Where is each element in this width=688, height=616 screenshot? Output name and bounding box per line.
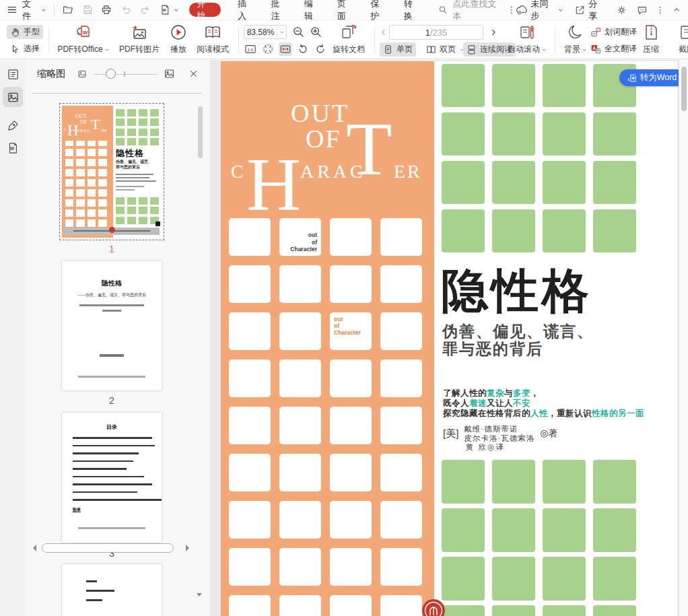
main-scrollbar-thumb[interactable] <box>681 67 687 111</box>
thumbnail-size-slider-track[interactable] <box>94 74 157 75</box>
mini-arac: ARAC <box>77 129 91 133</box>
square-text-orange: Character <box>334 329 368 336</box>
toc-line-placeholder <box>73 499 162 501</box>
mini-subtitle2: 罪与恶的背后 <box>116 165 140 169</box>
rotate-left-button[interactable] <box>296 42 310 56</box>
select-tool-button[interactable]: 选择 <box>7 42 43 56</box>
tab-edit[interactable]: 编辑 <box>304 0 320 22</box>
thumbnail-page-4[interactable] <box>62 564 162 616</box>
grid-cell <box>543 161 586 204</box>
cover-arac: ARAC <box>300 162 366 181</box>
convert-to-word-button[interactable]: W 转为Word <box>619 69 685 86</box>
pdf-to-image-button[interactable]: PDF转图片 <box>114 24 164 55</box>
thumbnail-page-3[interactable]: 目录 附录 <box>62 413 162 543</box>
share-icon[interactable] <box>575 5 585 15</box>
cover-out: OUT <box>291 100 349 126</box>
pdf-page-cover[interactable]: OUT OF T C H ARAC ER out of Character ou… <box>221 61 677 616</box>
zoom-out-icon[interactable] <box>292 26 305 38</box>
horizontal-scrollbar-thumb[interactable] <box>42 543 174 553</box>
rotate-document-button[interactable]: 旋转文档 <box>329 24 369 55</box>
grid-cell <box>543 605 586 616</box>
tab-page[interactable]: 页面 <box>337 0 353 22</box>
full-translate-button[interactable]: A 全文翻译 <box>587 42 640 56</box>
thumbnail-larger-icon[interactable] <box>164 68 175 79</box>
tab-protect[interactable]: 保护 <box>370 0 386 22</box>
search-icon[interactable] <box>438 5 448 15</box>
menu-icon[interactable] <box>7 4 18 15</box>
scroll-down-arrow[interactable] <box>195 591 203 598</box>
auto-scroll-button[interactable]: 自动滚动 <box>506 24 548 55</box>
annotation-panel-button[interactable] <box>3 115 23 135</box>
single-page-button[interactable]: 单页 <box>380 42 416 57</box>
grid-cell <box>229 218 271 256</box>
reading-mode-button[interactable]: 阅读模式 <box>193 24 232 55</box>
tab-insert[interactable]: 插入 <box>238 0 254 22</box>
grid-cell <box>330 265 372 303</box>
actual-size-button[interactable]: 1:1 <box>244 42 257 56</box>
chevron-down-icon[interactable] <box>173 7 179 13</box>
screenshot-button[interactable]: 截图 <box>668 24 688 55</box>
book-translator: 黄 欣◎译 <box>466 442 505 452</box>
grid-cell <box>229 548 271 586</box>
more-vertical-icon[interactable] <box>656 5 664 15</box>
chevron-down-icon[interactable] <box>557 7 563 13</box>
double-page-button[interactable]: 双页 <box>423 42 468 57</box>
zoom-level-select[interactable]: 83.58% <box>244 25 287 39</box>
export-word-icon[interactable]: W <box>160 4 170 15</box>
fit-page-button[interactable] <box>261 42 275 56</box>
close-panel-icon[interactable] <box>189 69 198 78</box>
thumbnail-page-1[interactable]: OUT OF T C H ARAC ER 隐性格 伪善、偏见、谎言、罪与恶的背后 <box>59 103 164 240</box>
chevron-down-icon[interactable] <box>40 7 46 13</box>
pdf-to-office-button[interactable]: W PDF转Office <box>53 24 114 55</box>
cloud-sync-icon[interactable] <box>516 4 528 15</box>
collapse-toolbar-icon[interactable] <box>673 5 681 14</box>
thumbnail-smaller-icon[interactable] <box>77 69 87 79</box>
toc-line-placeholder <box>73 491 137 493</box>
scroll-left-arrow[interactable] <box>30 545 36 551</box>
settings-gear-icon[interactable] <box>617 5 627 15</box>
share-label[interactable]: 分享 <box>588 0 605 22</box>
more-vertical-icon[interactable] <box>508 5 515 15</box>
search-placeholder[interactable]: 点此查找文本 <box>452 0 502 22</box>
compress-button[interactable]: 压缩 <box>637 24 665 55</box>
sidebar-vertical-scrollbar[interactable] <box>198 106 203 158</box>
mini-black-square <box>156 221 160 226</box>
scroll-right-arrow[interactable] <box>186 545 193 551</box>
sidebar-horizontal-scrollbar[interactable] <box>26 541 210 556</box>
divider <box>238 26 239 53</box>
grid-cell <box>229 265 271 303</box>
mini-c: C <box>64 127 67 131</box>
sync-status[interactable]: 未同步 <box>530 0 555 22</box>
word-translate-button[interactable]: 划词翻译 <box>587 25 640 39</box>
main-vertical-scrollbar[interactable] <box>679 60 688 616</box>
feedback-comment-icon[interactable] <box>637 5 648 15</box>
outline-panel-button[interactable] <box>3 64 23 84</box>
page-number-input[interactable]: 1/235 <box>389 25 483 40</box>
cover-mini: OUT OF T C H ARAC ER 隐性格 伪善、偏见、谎言、罪与恶的背后 <box>62 106 162 238</box>
open-file-icon[interactable] <box>63 4 73 15</box>
next-page-icon[interactable] <box>489 28 498 37</box>
thumbnails-panel-button[interactable] <box>3 87 23 107</box>
play-button[interactable]: 播放 <box>166 24 191 55</box>
previous-page-icon[interactable] <box>379 28 388 37</box>
fit-width-button[interactable] <box>279 42 292 56</box>
rotate-right-button[interactable] <box>314 42 327 56</box>
tab-convert[interactable]: 转换 <box>404 0 420 22</box>
print-icon[interactable] <box>101 4 112 15</box>
file-menu[interactable]: 文件 <box>22 0 38 22</box>
grid-cell <box>492 161 535 204</box>
thumbnail-size-slider-handle[interactable] <box>106 69 116 79</box>
author-name-2: 皮尔卡洛·瓦德索洛 <box>464 434 535 442</box>
white-squares-grid <box>229 218 422 616</box>
thumbnail-page-2[interactable]: 隐性格 ——伪善、偏见、谎言、罪与恶的背后 <box>62 261 162 390</box>
grid-cell <box>380 407 422 444</box>
zoom-in-icon[interactable] <box>310 26 322 38</box>
tab-annotate[interactable]: 批注 <box>271 0 287 22</box>
export-word-panel-button[interactable]: W <box>3 138 23 158</box>
hand-icon <box>10 27 20 37</box>
tab-home[interactable]: 开始 <box>189 3 221 17</box>
grid-cell <box>442 64 485 107</box>
grid-cell <box>442 557 485 601</box>
grid-cell <box>279 312 321 350</box>
hand-tool-button[interactable]: 手型 <box>7 25 43 39</box>
